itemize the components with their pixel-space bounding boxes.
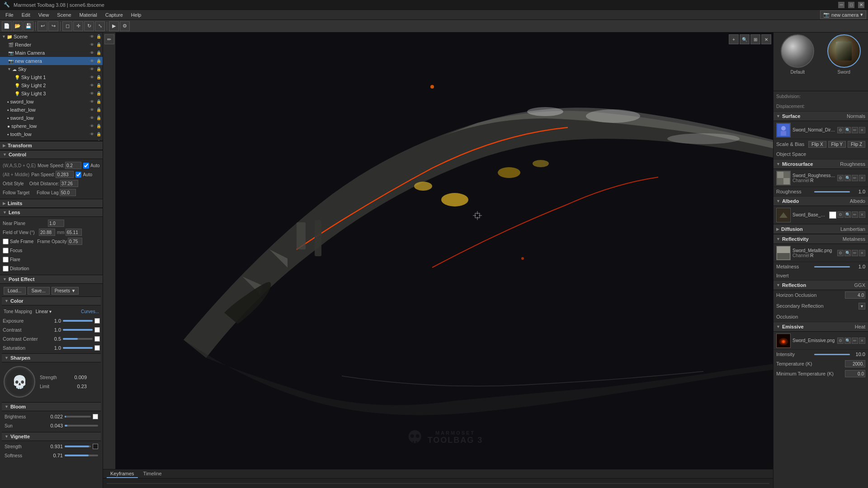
- focus-checkbox[interactable]: [3, 248, 9, 253]
- render-eye-icon[interactable]: 👁: [89, 42, 95, 48]
- vignette-strength-slider[interactable]: [65, 446, 91, 447]
- sl1-eye-icon[interactable]: 👁: [89, 74, 95, 80]
- timeline-tab[interactable]: Timeline: [140, 470, 165, 478]
- reflectivity-invert-row[interactable]: Invert: [774, 271, 868, 280]
- tooth-lock-icon[interactable]: 🔒: [95, 131, 102, 137]
- sharpen-subsection-header[interactable]: ▼ Sharpen: [2, 353, 101, 362]
- orbit-distance-input[interactable]: [60, 180, 78, 187]
- keyframes-tab[interactable]: Keyframes: [107, 470, 138, 478]
- min-temperature-input[interactable]: [845, 370, 865, 377]
- pan-speed-input[interactable]: [56, 171, 74, 178]
- contrast-center-color-btn[interactable]: [94, 336, 100, 342]
- leather-eye-icon[interactable]: 👁: [89, 107, 95, 113]
- brightness-slider[interactable]: [65, 416, 91, 418]
- sharpen-circle-widget[interactable]: 💀: [4, 366, 35, 398]
- tree-item-skylight1[interactable]: 💡 Sky Light 1 👁 🔒: [0, 73, 103, 81]
- reflectivity-section-header[interactable]: ▼ Reflectivity Metalness: [774, 234, 868, 244]
- menu-view[interactable]: View: [35, 11, 53, 19]
- scale-btn[interactable]: ⤡: [95, 21, 105, 31]
- sword-eye-icon[interactable]: 👁: [89, 99, 95, 105]
- normal-map-search-btn[interactable]: 🔍: [844, 127, 851, 133]
- flare-checkbox[interactable]: [3, 257, 9, 263]
- normal-map-settings-btn[interactable]: ⚙: [837, 127, 844, 133]
- heat-clear-btn[interactable]: ✕: [859, 338, 865, 344]
- metalness-slider[interactable]: [814, 266, 850, 267]
- tree-item-tooth-low[interactable]: ▪ tooth_low 👁 🔒: [0, 130, 103, 138]
- bloom-subsection-header[interactable]: ▼ Bloom: [2, 402, 101, 411]
- presets-button[interactable]: Presets ▼: [52, 287, 79, 295]
- menu-capture[interactable]: Capture: [102, 11, 127, 19]
- albedo-clear-btn[interactable]: ✕: [859, 211, 865, 218]
- follow-lag-input[interactable]: [60, 189, 76, 196]
- vp-plus-icon[interactable]: +: [729, 34, 739, 44]
- contrast-slider[interactable]: [63, 329, 93, 331]
- distortion-checkbox[interactable]: [3, 266, 9, 272]
- roughness-clear-btn[interactable]: ✕: [859, 175, 865, 181]
- maincam-eye-icon[interactable]: 👁: [89, 50, 95, 56]
- albedo-edit-btn[interactable]: ✏: [852, 211, 858, 218]
- safe-frame-checkbox[interactable]: [3, 239, 9, 244]
- tree-item-skylight3[interactable]: 💡 Sky Light 3 👁 🔒: [0, 89, 103, 98]
- rotate-btn[interactable]: ↻: [84, 21, 94, 31]
- brush-btn[interactable]: ✏: [104, 34, 114, 44]
- sl3-eye-icon[interactable]: 👁: [89, 90, 95, 97]
- viewport[interactable]: MARMOSET TOOLBAG 3 + 🔍 ⊞ ✕: [116, 33, 773, 469]
- save-button[interactable]: Save...: [28, 287, 50, 295]
- tree-item-render[interactable]: 🎬 Render 👁 🔒: [0, 41, 103, 49]
- tree-item-sword-low[interactable]: ▪ sword_low 👁 🔒: [0, 98, 103, 106]
- tooth-eye-icon[interactable]: 👁: [89, 131, 95, 137]
- timeline-track[interactable]: [107, 483, 769, 484]
- exposure-color-btn[interactable]: [94, 318, 100, 324]
- pan-auto-label[interactable]: Auto: [75, 172, 92, 178]
- sl3-lock-icon[interactable]: 🔒: [95, 90, 102, 97]
- vp-x-icon[interactable]: ✕: [761, 34, 771, 44]
- move-btn[interactable]: ✛: [73, 21, 83, 31]
- maximize-button[interactable]: □: [848, 2, 854, 8]
- transform-section-header[interactable]: ▶ Transform: [0, 141, 103, 150]
- tree-item-sphere-low[interactable]: ● sphere_low 👁 🔒: [0, 122, 103, 130]
- normal-map-clear-btn[interactable]: ✕: [859, 127, 865, 133]
- newcam-eye-icon[interactable]: 👁: [89, 58, 95, 64]
- load-button[interactable]: Load...: [4, 287, 26, 295]
- tree-item-main-camera[interactable]: 📷 Main Camera 👁 🔒: [0, 49, 103, 57]
- tone-mapping-dropdown[interactable]: Linear ▾: [36, 309, 52, 314]
- control-section-header[interactable]: ▼ Control: [0, 150, 103, 159]
- menu-scene[interactable]: Scene: [53, 11, 75, 19]
- menu-edit[interactable]: Edit: [18, 11, 34, 19]
- tree-item-new-camera[interactable]: 📷 new camera 👁 🔒: [0, 57, 103, 65]
- minimize-button[interactable]: ─: [838, 2, 844, 8]
- material-thumb-sword[interactable]: Sword: [822, 34, 867, 89]
- sky-lock-icon[interactable]: 🔒: [95, 66, 102, 72]
- exposure-slider[interactable]: [63, 320, 93, 322]
- albedo-search-btn[interactable]: 🔍: [844, 211, 851, 218]
- camera-dropdown[interactable]: 📷 new camera ▾: [820, 10, 866, 19]
- distortion-label[interactable]: Distortion: [3, 266, 29, 272]
- maincam-lock-icon[interactable]: 🔒: [95, 50, 102, 56]
- limits-section-header[interactable]: ▶ Limits: [0, 199, 103, 208]
- metalness-edit-btn[interactable]: ✏: [852, 250, 858, 256]
- sl1-lock-icon[interactable]: 🔒: [95, 74, 102, 80]
- sword2-eye-icon[interactable]: 👁: [89, 115, 95, 121]
- near-plane-input[interactable]: [48, 220, 64, 227]
- diffusion-section-header[interactable]: ▶ Diffusion Lambertian: [774, 224, 868, 234]
- focus-label[interactable]: Focus: [3, 248, 22, 253]
- pan-auto-checkbox[interactable]: [75, 172, 81, 178]
- auto-checkbox[interactable]: [83, 163, 89, 169]
- frame-opacity-input[interactable]: [68, 238, 82, 245]
- material-thumb-default[interactable]: Default: [775, 34, 820, 89]
- roughness-settings-btn[interactable]: ⚙: [837, 175, 844, 181]
- new-btn[interactable]: 📄: [2, 21, 12, 31]
- eye-icon[interactable]: 👁: [89, 33, 95, 40]
- saturation-color-btn[interactable]: [94, 345, 100, 351]
- flare-label[interactable]: Flare: [3, 257, 20, 263]
- tree-item-scene[interactable]: ▼ 📁 Scene 👁 🔒: [0, 33, 103, 41]
- safe-frame-label[interactable]: Safe Frame: [3, 239, 33, 244]
- vignette-strength-color-btn[interactable]: [93, 444, 98, 449]
- post-effect-section-header[interactable]: ▼ Post Effect: [0, 275, 103, 284]
- render-lock-icon[interactable]: 🔒: [95, 42, 102, 48]
- roughness-slider[interactable]: [814, 191, 850, 192]
- mm-input[interactable]: [66, 229, 82, 236]
- menu-file[interactable]: File: [2, 11, 17, 19]
- vignette-softness-slider[interactable]: [65, 455, 98, 456]
- color-subsection-header[interactable]: ▼ Color: [2, 296, 101, 305]
